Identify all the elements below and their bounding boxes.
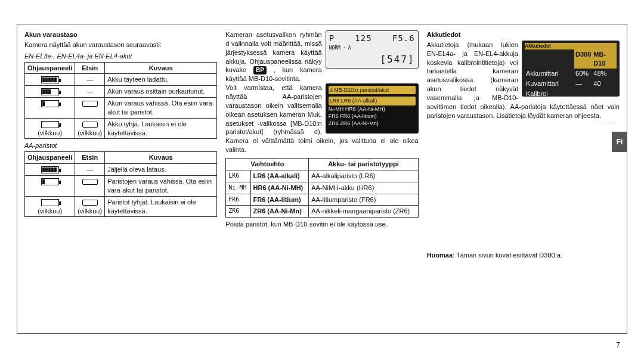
th-panel: Ohjauspaneeli bbox=[25, 62, 75, 74]
table-row: — Jäljellä oleva lataus. bbox=[25, 164, 217, 176]
opt-label: ZR6 (AA-Ni-Mn) bbox=[250, 206, 309, 218]
th-option: Vaihtoehto bbox=[226, 158, 309, 170]
battery-low-icon bbox=[41, 100, 59, 107]
table-row: ZR6 ZR6 (AA-Ni-Mn) AA-nikkeli-mangaanipa… bbox=[226, 206, 418, 218]
lcd-shutter: 125 bbox=[355, 33, 371, 44]
info-lcd-icon: Akkutiedot D300 MB-D10 Akkumittari60%48%… bbox=[522, 41, 620, 97]
battery-empty-icon bbox=[41, 199, 59, 206]
menu-title: d MB-D10:n paristot/akut bbox=[329, 86, 416, 94]
table-aa: Ohjauspaneeli Etsin Kuvaus — Jäljellä ol… bbox=[24, 151, 217, 217]
cell-finder-note: (vilkkuu) bbox=[78, 207, 102, 215]
lcd-count: [547] bbox=[380, 53, 414, 66]
note-label: Huomaa bbox=[427, 252, 453, 259]
viewfinder-low-icon bbox=[82, 101, 98, 107]
battery-level-intro: Kamera näyttää akun varaustason seuraava… bbox=[24, 41, 217, 49]
column-3: Akkutiedot Akkutiedot D300 MB-D10 Akkumi… bbox=[427, 30, 620, 327]
opt-code: ZR6 bbox=[226, 206, 250, 218]
table-row: (vilkkuu) (vilkkuu) Akku tyhjä. Laukaisi… bbox=[25, 118, 217, 139]
lcd-mode: P bbox=[329, 33, 335, 44]
battery-empty-icon bbox=[41, 121, 59, 128]
th-finder: Etsin bbox=[75, 62, 105, 74]
cell-finder: — bbox=[75, 86, 105, 98]
cell-desc: Paristot tyhjät. Laukaisin ei ole käytet… bbox=[105, 196, 217, 217]
heading-battery-level: Akun varaustaso bbox=[24, 30, 217, 39]
language-tab: Fi bbox=[612, 132, 627, 152]
opt-label: HR6 (AA-Ni-MH) bbox=[250, 182, 309, 194]
cell-panel-note: (vilkkuu) bbox=[38, 129, 62, 136]
table-row: (vilkkuu) (vilkkuu) Paristot tyhjät. Lau… bbox=[25, 196, 217, 217]
table-row: Paristojen varaus vähissä. Ota esiin var… bbox=[25, 175, 217, 196]
th-panel: Ohjauspaneeli bbox=[25, 152, 75, 164]
opt-type: AA-litiumparisto (FR6) bbox=[309, 194, 418, 206]
page-number: 7 bbox=[616, 340, 620, 350]
bp-badge-icon: BP bbox=[253, 66, 267, 74]
menu-item: Ni-MH HR6 (AA-Ni-MH) bbox=[329, 105, 416, 113]
lcd-aperture: F5.6 bbox=[392, 33, 415, 44]
column-1: Akun varaustaso Kamera näyttää akun vara… bbox=[24, 30, 217, 327]
opt-code: LR6 bbox=[226, 170, 250, 182]
menu-item: FR6 FR6 (AA-litium) bbox=[329, 113, 416, 120]
heading-battery-info: Akkutiedot bbox=[427, 30, 620, 39]
table-row: Ni-MH HR6 (AA-Ni-MH) AA-NiMH-akku (HR6) bbox=[226, 182, 418, 194]
battery-full-icon bbox=[41, 166, 59, 173]
battery-full-icon bbox=[41, 76, 59, 83]
cell-finder-note: (vilkkuu) bbox=[78, 129, 102, 136]
cell-desc: Jäljellä oleva lataus. bbox=[105, 164, 217, 176]
cell-finder: — bbox=[75, 164, 105, 176]
cell-panel-note: (vilkkuu) bbox=[38, 207, 62, 215]
menu-item: ZR6 ZR6 (AA-Ni-Mn) bbox=[329, 120, 416, 127]
opt-type: AA-NiMH-akku (HR6) bbox=[309, 182, 418, 194]
viewfinder-empty-icon bbox=[82, 122, 98, 128]
table-row: LR6 LR6 (AA-alkali) AA-alkaliparisto (LR… bbox=[226, 170, 418, 182]
cell-desc: Akku tyhjä. Laukaisin ei ole käytettävis… bbox=[105, 118, 217, 139]
info-lcd-title: Akkutiedot bbox=[525, 43, 617, 49]
table-enel: Ohjauspaneeli Etsin Kuvaus — Akku täytee… bbox=[24, 62, 217, 139]
th-desc: Kuvaus bbox=[105, 152, 217, 164]
cell-desc: Akun varaus osittain purkautunut. bbox=[105, 86, 217, 98]
footnote-remove: Poista paristot, kun MB-D10-sovitin ei o… bbox=[225, 220, 418, 229]
table-row: — Akun varaus osittain purkautunut. bbox=[25, 86, 217, 98]
opt-type: AA-alkaliparisto (LR6) bbox=[309, 170, 418, 182]
note-text: : Tämän sivun kuvat esittävät D300:a. bbox=[453, 252, 562, 259]
opt-code: Ni-MH bbox=[226, 182, 250, 194]
info-lcd-done: OK Valmis bbox=[525, 120, 617, 126]
table-row: Akun varaus vähissä. Ota esiin vara-akut… bbox=[25, 98, 217, 119]
th-finder: Etsin bbox=[75, 152, 105, 164]
column-2: P 125 F5.6 NORM·A [547] Kameran asetusva… bbox=[225, 30, 418, 327]
th-type: Akku- tai paristotyyppi bbox=[309, 158, 418, 170]
subhead-aa: AA-paristot bbox=[24, 141, 217, 150]
cell-desc: Akku täyteen ladattu. bbox=[105, 74, 217, 86]
viewfinder-low-icon bbox=[82, 179, 98, 185]
viewfinder-empty-icon bbox=[82, 200, 98, 206]
table-row: — Akku täyteen ladattu. bbox=[25, 74, 217, 86]
menu-item: LR6 LR6 (AA-alkali) bbox=[329, 97, 416, 105]
opt-code: FR6 bbox=[226, 194, 250, 206]
cell-finder: — bbox=[75, 74, 105, 86]
cell-desc: Paristojen varaus vähissä. Ota esiin var… bbox=[105, 175, 217, 196]
th-desc: Kuvaus bbox=[105, 62, 217, 74]
table-options: Vaihtoehto Akku- tai paristotyyppi LR6 L… bbox=[225, 158, 418, 218]
lcd-panel-icon: P 125 F5.6 NORM·A [547] bbox=[326, 30, 419, 69]
cell-desc: Akun varaus vähissä. Ota esiin vara-akut… bbox=[105, 98, 217, 119]
opt-type: AA-nikkeli-mangaaniparisto (ZR6) bbox=[309, 206, 418, 218]
opt-label: LR6 (AA-alkali) bbox=[250, 170, 309, 182]
battery-low-icon bbox=[41, 178, 59, 185]
note: Huomaa: Tämän sivun kuvat esittävät D300… bbox=[427, 251, 620, 260]
subhead-enel: EN-EL3e-, EN-EL4a- ja EN-EL4-akut bbox=[24, 52, 217, 61]
battery-mid-icon bbox=[41, 88, 59, 95]
menu-lcd-icon: d MB-D10:n paristot/akut LR6 LR6 (AA-alk… bbox=[326, 83, 419, 134]
table-row: FR6 FR6 (AA-litium) AA-litiumparisto (FR… bbox=[226, 194, 418, 206]
opt-label: FR6 (AA-litium) bbox=[250, 194, 309, 206]
